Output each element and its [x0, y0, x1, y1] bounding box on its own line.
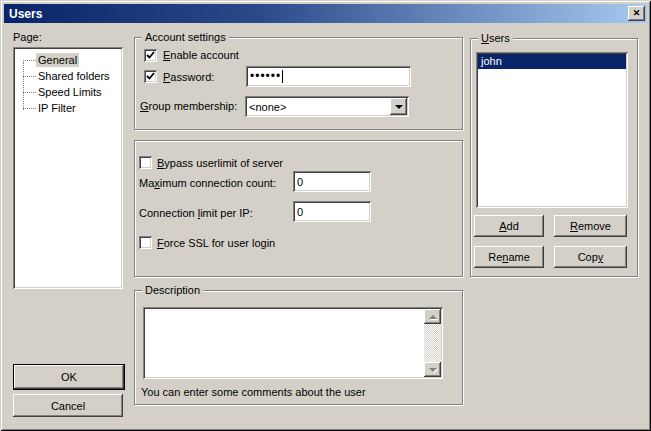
description-title: Description: [142, 284, 203, 297]
max-connection-count-input[interactable]: 0: [293, 171, 371, 192]
group-membership-label: Group membership:: [140, 100, 237, 113]
enable-account-label[interactable]: Enable account: [163, 49, 239, 62]
password-input[interactable]: ••••••: [246, 66, 411, 87]
scroll-down-button[interactable]: [424, 362, 441, 377]
connection-limit-per-ip-input[interactable]: 0: [293, 201, 371, 222]
page-tree: General Shared folders Speed Limits IP F…: [13, 47, 123, 289]
user-name: john: [481, 55, 502, 67]
scroll-up-button[interactable]: [424, 309, 441, 324]
account-settings-title: Account settings: [142, 31, 229, 44]
scroll-up-icon: [429, 311, 437, 319]
window-title: Users: [9, 7, 42, 21]
tree-connector: [23, 62, 24, 110]
password-label[interactable]: Password:: [163, 71, 214, 84]
tree-item-label: General: [36, 53, 79, 67]
description-textarea[interactable]: [143, 307, 443, 379]
scroll-down-icon: [429, 368, 437, 376]
tree-item-shared-folders[interactable]: Shared folders: [15, 68, 121, 84]
bypass-userlimit-label[interactable]: Bypass userlimit of server: [157, 157, 283, 170]
users-listbox[interactable]: john: [476, 52, 628, 208]
close-button[interactable]: ✕: [628, 6, 645, 21]
ok-button[interactable]: OK: [13, 364, 125, 390]
cancel-button[interactable]: Cancel: [13, 394, 123, 417]
vertical-scrollbar[interactable]: [424, 309, 441, 377]
group-membership-value: <none>: [249, 101, 286, 113]
tree-item-label: Speed Limits: [36, 85, 104, 99]
users-dialog: Users ✕ Page: General Shared folders Spe…: [0, 0, 651, 431]
page-label: Page:: [13, 31, 42, 44]
users-group-title: Users: [478, 32, 513, 45]
tree-item-ip-filter[interactable]: IP Filter: [15, 100, 121, 116]
group-membership-select[interactable]: <none>: [245, 96, 409, 117]
tree-connector: [23, 60, 36, 61]
tree-connector: [23, 108, 36, 109]
enable-account-checkbox[interactable]: [144, 49, 157, 62]
description-hint: You can enter some comments about the us…: [141, 386, 366, 399]
password-checkbox[interactable]: [144, 70, 157, 83]
connection-limit-per-ip-value: 0: [297, 206, 303, 218]
force-ssl-label[interactable]: Force SSL for user login: [157, 237, 275, 250]
title-bar[interactable]: Users ✕: [4, 4, 647, 23]
check-icon: [146, 72, 155, 81]
bypass-userlimit-checkbox[interactable]: [139, 156, 152, 169]
list-item-user[interactable]: john: [478, 54, 626, 69]
tree-connector: [23, 76, 36, 77]
description-value: [146, 309, 422, 377]
tree-item-label: Shared folders: [36, 69, 112, 83]
tree-item-speed-limits[interactable]: Speed Limits: [15, 84, 121, 100]
check-icon: [146, 51, 155, 60]
dropdown-button[interactable]: [390, 98, 407, 115]
tree-connector: [23, 92, 36, 93]
force-ssl-checkbox[interactable]: [139, 236, 152, 249]
tree-item-general[interactable]: General: [15, 52, 121, 68]
max-connection-count-value: 0: [297, 176, 303, 188]
rename-user-button[interactable]: Rename: [474, 246, 544, 268]
remove-user-button[interactable]: Remove: [554, 215, 627, 237]
connection-limit-per-ip-label: Connection limit per IP:: [139, 207, 253, 220]
copy-user-button[interactable]: Copy: [554, 246, 627, 268]
chevron-down-icon: [395, 105, 403, 113]
password-value: ••••••: [250, 70, 281, 83]
text-cursor: [282, 70, 283, 83]
close-icon: ✕: [633, 9, 641, 18]
add-user-button[interactable]: Add: [474, 215, 544, 237]
max-connection-count-label: Maximum connection count:: [139, 177, 276, 190]
tree-item-label: IP Filter: [36, 101, 78, 115]
